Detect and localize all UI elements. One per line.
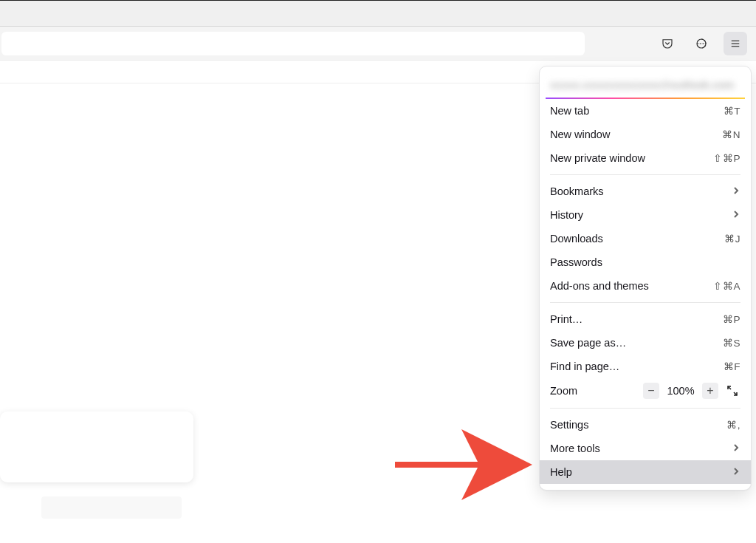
chevron-right-icon [732, 466, 740, 478]
menu-history[interactable]: History [540, 203, 751, 227]
menu-shortcut: ⇧⌘A [713, 280, 740, 292]
fullscreen-button[interactable] [724, 383, 740, 399]
menu-find[interactable]: Find in page… ⌘F [540, 355, 751, 378]
url-toolbar [0, 27, 756, 60]
menu-new-private-window[interactable]: New private window ⇧⌘P [540, 146, 751, 170]
chevron-right-icon [732, 209, 740, 221]
menu-new-tab[interactable]: New tab ⌘T [540, 99, 751, 123]
content-card [0, 411, 193, 482]
menu-passwords[interactable]: Passwords [540, 250, 751, 274]
app-menu: xxxxx.xxxxxxxxxxxxx@outlook.com New tab … [539, 66, 752, 491]
zoom-controls: − 100% + [643, 383, 740, 399]
menu-shortcut: ⌘J [724, 233, 740, 245]
menu-more-tools[interactable]: More tools [540, 437, 751, 460]
zoom-value: 100% [665, 385, 696, 397]
chevron-right-icon [732, 443, 740, 454]
menu-downloads[interactable]: Downloads ⌘J [540, 227, 751, 250]
menu-shortcut: ⇧⌘P [713, 152, 740, 164]
menu-new-window[interactable]: New window ⌘N [540, 123, 751, 146]
menu-zoom: Zoom − 100% + [540, 378, 751, 403]
toolbar-icons [656, 32, 747, 55]
tab-strip [0, 1, 756, 27]
account-row[interactable]: xxxxx.xxxxxxxxxxxxx@outlook.com [540, 71, 751, 98]
url-bar[interactable] [1, 32, 585, 55]
account-email: xxxxx.xxxxxxxxxxxxx@outlook.com [550, 79, 740, 89]
chevron-right-icon [732, 185, 740, 197]
menu-separator [550, 174, 740, 175]
menu-help[interactable]: Help [540, 460, 751, 484]
menu-label: More tools [550, 443, 732, 454]
pocket-icon[interactable] [656, 32, 679, 55]
menu-separator [550, 302, 740, 303]
hamburger-menu-button[interactable] [724, 32, 747, 55]
menu-addons[interactable]: Add-ons and themes ⇧⌘A [540, 274, 751, 298]
menu-label: Help [550, 466, 732, 478]
menu-label: Print… [550, 313, 723, 325]
menu-label: History [550, 209, 732, 221]
menu-shortcut: ⌘P [723, 313, 740, 325]
menu-shortcut: ⌘S [723, 337, 740, 349]
menu-label: New window [550, 129, 722, 140]
menu-label: New private window [550, 152, 713, 164]
menu-bookmarks[interactable]: Bookmarks [540, 180, 751, 203]
menu-label: Passwords [550, 256, 740, 268]
menu-shortcut: ⌘N [722, 129, 740, 140]
menu-shortcut: ⌘T [724, 105, 740, 117]
content-placeholder [41, 496, 182, 519]
menu-label: New tab [550, 105, 724, 117]
menu-label: Find in page… [550, 361, 724, 372]
menu-print[interactable]: Print… ⌘P [540, 307, 751, 331]
zoom-in-button[interactable]: + [702, 383, 718, 399]
menu-shortcut: ⌘, [726, 419, 740, 431]
menu-label: Bookmarks [550, 185, 732, 197]
menu-separator [550, 408, 740, 409]
menu-label: Downloads [550, 233, 724, 245]
menu-label: Settings [550, 419, 726, 431]
menu-label: Zoom [550, 385, 643, 397]
zoom-out-button[interactable]: − [643, 383, 659, 399]
menu-settings[interactable]: Settings ⌘, [540, 413, 751, 437]
extension-icon[interactable] [690, 32, 713, 55]
menu-save-as[interactable]: Save page as… ⌘S [540, 331, 751, 355]
menu-shortcut: ⌘F [724, 361, 740, 372]
menu-label: Save page as… [550, 337, 723, 349]
menu-label: Add-ons and themes [550, 280, 713, 292]
